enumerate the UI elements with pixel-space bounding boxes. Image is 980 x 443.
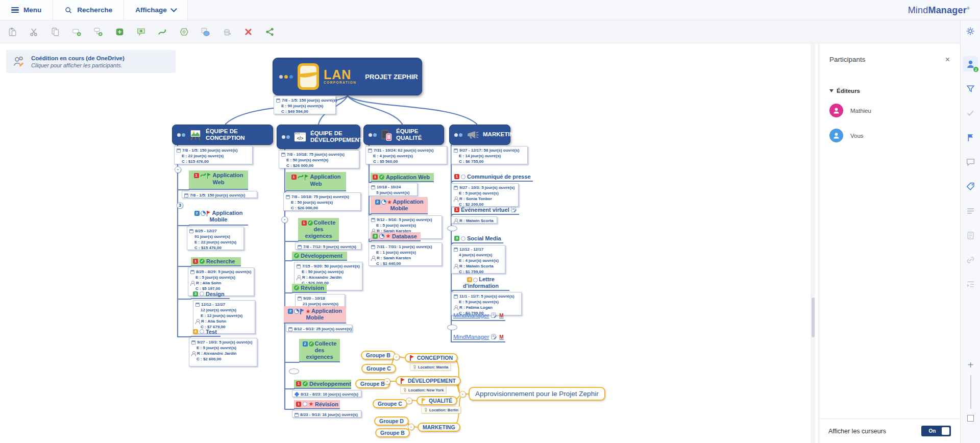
subtopic-application-web[interactable]: 1Application Web bbox=[189, 170, 248, 190]
coedition-banner[interactable]: Coédition en cours (de OneDrive) Cliquer… bbox=[6, 50, 176, 73]
central-topic-projet-zephir[interactable]: LANCORPORATIONPROJET ZEPHIR bbox=[273, 58, 422, 95]
task-info-card[interactable]: 12/12 - 12/174 jour(s) ouvré(s)E : 4 jou… bbox=[451, 245, 505, 274]
subtopic-collecte-des-exigences[interactable]: 1✓Collecte des exigences bbox=[298, 218, 339, 241]
subtopic-social-media[interactable]: 3Social Media bbox=[452, 235, 503, 243]
subtopic-collecte-des-exigences[interactable]: 2✓Collecte des exigences bbox=[299, 339, 340, 362]
collapse-toggle[interactable]: - bbox=[406, 398, 412, 404]
link-topic-mindmanager[interactable]: MindManagerM bbox=[452, 334, 505, 342]
subtopic-developpement[interactable]: ✓Développement bbox=[292, 252, 347, 261]
team-topic-qualite[interactable]: QUALITÉ bbox=[416, 396, 457, 405]
collapse-toggle[interactable]: - bbox=[384, 378, 390, 385]
share-button[interactable] bbox=[261, 23, 278, 40]
subtopic-revision[interactable]: 1Révision bbox=[294, 400, 340, 409]
tag-panel-button[interactable] bbox=[963, 179, 978, 194]
boundary-button[interactable] bbox=[176, 23, 192, 40]
add-floating-topic-button[interactable]: + bbox=[968, 361, 974, 369]
collapse-toggle[interactable]: 3 bbox=[177, 202, 183, 209]
format-paint-button[interactable] bbox=[218, 23, 235, 40]
task-info-card[interactable]: R : Malwin Scorta bbox=[451, 216, 497, 224]
location-note[interactable]: Location: Berlin bbox=[421, 406, 461, 413]
task-info-card[interactable]: 7/8 - 10/18: 75 jour(s) ouvré(s)E : 50 j… bbox=[283, 192, 361, 211]
canvas-vertical-scrollbar[interactable] bbox=[811, 43, 815, 443]
task-info-card[interactable]: 9/20 - 10/1821 jour(s) ouvré(s) bbox=[295, 294, 345, 307]
team-topic-developpement[interactable]: DÉVELOPPEMENT bbox=[396, 376, 461, 385]
copy-button[interactable] bbox=[47, 23, 64, 40]
view-button[interactable]: Affichage bbox=[124, 0, 188, 20]
outline-panel-button[interactable] bbox=[963, 203, 978, 218]
main-topic-equipe-de-conception[interactable]: ÉQUIPE DE CONCEPTION bbox=[172, 125, 273, 145]
export-panel-button[interactable] bbox=[963, 277, 978, 292]
callout-topic-approvisionnement-pour-le-projet-zephir[interactable]: Approvisionnement pour le Projet Zephir bbox=[469, 387, 605, 401]
show-cursors-toggle[interactable]: On bbox=[921, 426, 951, 436]
participant-row-mathieu[interactable]: Mathieu bbox=[819, 98, 960, 123]
task-info-card[interactable]: 10/18 - 10/245 jour(s) ouvré(s) bbox=[369, 183, 418, 196]
participant-row-vous[interactable]: Vous bbox=[819, 123, 960, 148]
flag-panel-button[interactable] bbox=[963, 130, 978, 145]
team-topic-conception[interactable]: CONCEPTION bbox=[405, 353, 458, 362]
scrollbar-thumb[interactable] bbox=[812, 298, 815, 337]
add-callout-button[interactable] bbox=[133, 23, 150, 40]
group-topic-groupe-b[interactable]: Groupe B bbox=[375, 428, 410, 437]
location-note[interactable]: Location: New York bbox=[400, 386, 446, 393]
paste-button[interactable] bbox=[4, 23, 21, 40]
main-topic-equipe-qualite[interactable]: ÉQUIPE QUALITÉ bbox=[363, 125, 444, 145]
team-topic-marketing[interactable]: MARKETING bbox=[418, 423, 460, 432]
subtopic-test[interactable]: 4Test bbox=[191, 328, 220, 337]
task-info-card[interactable]: 8/12 - 8/23: 10 jour(s) ouvré(s) bbox=[292, 390, 361, 397]
location-note[interactable]: Location: Manila bbox=[410, 363, 451, 371]
subtopic-design[interactable]: 3Design bbox=[191, 290, 230, 299]
editors-section-toggle[interactable]: Éditeurs bbox=[829, 88, 960, 94]
check-panel-button[interactable] bbox=[963, 105, 978, 120]
comment-panel-button[interactable] bbox=[963, 154, 978, 169]
collapse-toggle[interactable]: - bbox=[281, 216, 288, 223]
notes-panel-button[interactable] bbox=[963, 228, 978, 243]
subtopic-application-web[interactable]: 1Application Web bbox=[286, 172, 346, 191]
add-topic-button[interactable] bbox=[68, 23, 85, 40]
zoom-slider[interactable] bbox=[970, 375, 971, 409]
task-info-card[interactable]: 9/27 - 10/3: 5 jour(s) ouvré(s)E : 5 jou… bbox=[189, 338, 257, 366]
task-info-card[interactable]: 9/27 - 10/3: 5 jour(s) ouvré(s)E : 5 jou… bbox=[451, 183, 519, 207]
collapse-toggle[interactable]: - bbox=[393, 354, 400, 360]
shapes-button[interactable] bbox=[197, 23, 214, 40]
task-info-card[interactable]: 7/8 - 10/18: 75 jour(s) ouvré(s)E : 50 j… bbox=[279, 150, 359, 168]
subtopic-application-web[interactable]: 1✓Application Web bbox=[371, 173, 434, 182]
collapse-toggle[interactable] bbox=[289, 368, 299, 374]
subtopic-evenement-virtuel[interactable]: 1Événement virtuel bbox=[452, 206, 519, 215]
subtopic-revision[interactable]: ✓Révision bbox=[292, 284, 327, 293]
link-panel-button[interactable] bbox=[963, 252, 978, 267]
collapse-toggle[interactable]: - bbox=[175, 166, 181, 173]
collapse-toggle[interactable]: - bbox=[408, 424, 414, 430]
task-info-card[interactable]: 7/8 - 1/5: 150 jour(s) ouvré(s)E : 90 jo… bbox=[274, 96, 336, 114]
subtopic-lettre-d-information[interactable]: 4Lettre d'information bbox=[452, 275, 509, 291]
new-topic-button[interactable] bbox=[111, 23, 128, 40]
main-topic-equipe-de-developpement[interactable]: </>ÉQUIPE DE DÉVELOPPEMENT bbox=[277, 125, 360, 149]
group-topic-groupe-b[interactable]: Groupe B bbox=[361, 351, 396, 360]
group-topic-groupe-d[interactable]: Groupe D bbox=[374, 416, 409, 426]
relationship-button[interactable] bbox=[154, 23, 171, 40]
collapse-toggle[interactable]: - bbox=[459, 391, 466, 398]
cut-button[interactable] bbox=[26, 23, 42, 40]
zoom-fit-button[interactable] bbox=[967, 415, 974, 422]
subtopic-application-mobile[interactable]: 2Application Mobile bbox=[284, 306, 346, 324]
task-info-card[interactable]: 8/12 - 9/13: 25 jour(s) ouvré(s) bbox=[286, 325, 352, 332]
task-info-card[interactable]: 8/25 - 12/2791 jour(s) ouvré(s)E : 22 jo… bbox=[187, 227, 244, 250]
group-topic-groupe-c[interactable]: Groupe C bbox=[361, 364, 396, 373]
subtopic-communique-de-presse[interactable]: 1Communiqué de presse bbox=[452, 173, 533, 182]
subtopic-database[interactable]: 3Database bbox=[371, 232, 421, 241]
add-subtopic-button[interactable] bbox=[90, 23, 107, 40]
settings-button[interactable] bbox=[966, 27, 975, 38]
filter-panel-button[interactable] bbox=[963, 81, 978, 96]
collapse-toggle[interactable] bbox=[447, 226, 457, 231]
link-topic-mindmanager[interactable]: MindManagerM bbox=[452, 312, 505, 321]
subtopic-recherche[interactable]: 1✓Recherche bbox=[191, 257, 241, 266]
main-topic-marketing[interactable]: MARKETING bbox=[449, 125, 510, 145]
collapse-toggle[interactable] bbox=[447, 325, 457, 330]
subtopic-application-mobile[interactable]: 2Application Mobile bbox=[189, 208, 248, 226]
task-info-card[interactable]: 7/8 - 7/12: 5 jour(s) ouvré(s) bbox=[295, 242, 361, 250]
search-button[interactable]: Recherche bbox=[53, 0, 124, 20]
task-info-card[interactable]: 8/23 - 9/13: 16 jour(s) ouvré(s) bbox=[292, 410, 361, 417]
subtopic-developpement[interactable]: 1✓Développement bbox=[294, 380, 351, 389]
participants-panel-button[interactable]: 2 bbox=[963, 56, 978, 71]
delete-button[interactable] bbox=[240, 23, 257, 40]
subtopic-application-mobile[interactable]: 2Application Mobile bbox=[371, 197, 428, 214]
